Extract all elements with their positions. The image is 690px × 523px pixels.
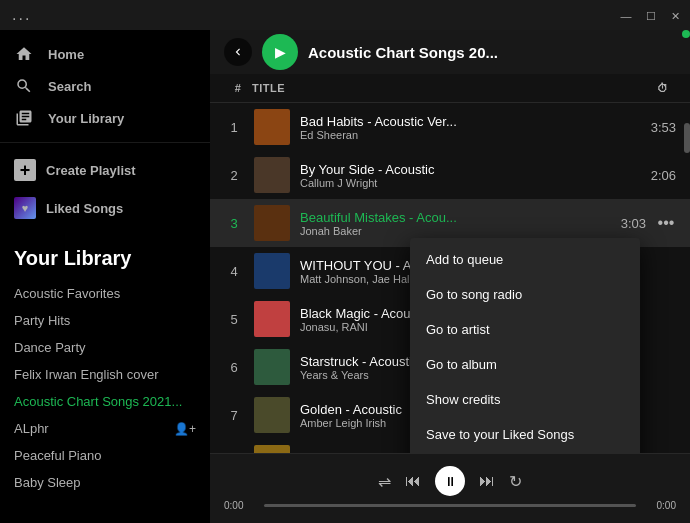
bottom-player: ⇌ ⏮ ⏸ ⏭ ↻ 0:00 0:00 — [210, 453, 690, 523]
minimize-button[interactable]: — — [619, 9, 633, 23]
library-header: Your Library — [0, 235, 210, 276]
playlist-item-baby-sleep[interactable]: Baby Sleep — [0, 469, 210, 496]
track-name: Beautiful Mistakes - Acou... — [300, 210, 601, 225]
context-menu-save-to-liked[interactable]: Save to your Liked Songs — [410, 417, 640, 452]
player-controls: ⇌ ⏮ ⏸ ⏭ ↻ — [210, 466, 690, 496]
track-thumbnail — [254, 445, 290, 453]
context-menu: Add to queue Go to song radio Go to arti… — [410, 238, 640, 453]
previous-button[interactable]: ⏮ — [405, 472, 421, 490]
context-menu-go-to-song-radio[interactable]: Go to song radio — [410, 277, 640, 312]
sidebar-item-home[interactable]: Home — [0, 38, 210, 70]
header-num: # — [224, 82, 252, 94]
next-button[interactable]: ⏭ — [479, 472, 495, 490]
sidebar-actions: + Create Playlist ♥ Liked Songs — [0, 142, 210, 235]
header-duration: ⏱ — [628, 82, 668, 94]
play-pause-button[interactable]: ⏸ — [435, 466, 465, 496]
track-number: 4 — [224, 264, 244, 279]
track-number: 3 — [224, 216, 244, 231]
track-thumbnail — [254, 253, 290, 289]
track-list-header: # TITLE ⏱ — [210, 74, 690, 103]
back-button[interactable] — [224, 38, 252, 66]
playlist-item-felix-irwan[interactable]: Felix Irwan English cover — [0, 361, 210, 388]
context-menu-add-to-playlist[interactable]: ➤ Add to playlist ▶ — [410, 452, 640, 453]
create-playlist-icon: + — [14, 159, 36, 181]
time-current: 0:00 — [224, 500, 256, 511]
liked-songs-label: Liked Songs — [46, 201, 123, 216]
alphr-person-icon: 👤+ — [174, 422, 196, 436]
right-panel: ▶ Acoustic Chart Songs 20... # TITLE ⏱ 1… — [210, 30, 690, 523]
top-bar: ... — ☐ ✕ — [0, 0, 690, 30]
track-number: 5 — [224, 312, 244, 327]
sidebar-item-search[interactable]: Search — [0, 70, 210, 102]
track-thumbnail — [254, 205, 290, 241]
track-artist: Ed Sheeran — [300, 129, 631, 141]
track-more-button[interactable]: ••• — [656, 214, 676, 232]
progress-bar[interactable] — [264, 504, 636, 507]
playlist-item-dance-party[interactable]: Dance Party — [0, 334, 210, 361]
context-menu-show-credits[interactable]: Show credits — [410, 382, 640, 417]
track-thumbnail — [254, 301, 290, 337]
track-info: Bad Habits - Acoustic Ver... Ed Sheeran — [300, 114, 631, 141]
liked-songs-icon: ♥ — [14, 197, 36, 219]
panel-title: Acoustic Chart Songs 20... — [308, 44, 676, 61]
context-menu-go-to-album[interactable]: Go to album — [410, 347, 640, 382]
track-thumbnail — [254, 157, 290, 193]
playlist-item-acoustic-chart[interactable]: Acoustic Chart Songs 2021... — [0, 388, 210, 415]
sidebar-item-home-label: Home — [48, 47, 84, 62]
playlist-list: Acoustic Favorites Party Hits Dance Part… — [0, 276, 210, 523]
playlist-item-party-hits[interactable]: Party Hits — [0, 307, 210, 334]
playlist-item-alphr[interactable]: ALphr 👤+ — [0, 415, 210, 442]
repeat-button[interactable]: ↻ — [509, 472, 522, 491]
scrollbar[interactable] — [684, 123, 690, 153]
track-thumbnail — [254, 397, 290, 433]
sidebar-nav: Home Search Your Library — [0, 30, 210, 142]
track-name: By Your Side - Acoustic — [300, 162, 631, 177]
track-number: 1 — [224, 120, 244, 135]
track-number: 6 — [224, 360, 244, 375]
track-duration: 3:03 — [611, 216, 646, 231]
home-icon — [14, 44, 34, 64]
app-menu-dots[interactable]: ... — [12, 6, 31, 24]
track-list: 1 Bad Habits - Acoustic Ver... Ed Sheera… — [210, 103, 690, 453]
track-info: Beautiful Mistakes - Acou... Jonah Baker — [300, 210, 601, 237]
playlist-item-acoustic-favorites[interactable]: Acoustic Favorites — [0, 280, 210, 307]
sidebar-item-search-label: Search — [48, 79, 91, 94]
shuffle-button[interactable]: ⇌ — [378, 472, 391, 491]
time-total: 0:00 — [644, 500, 676, 511]
track-thumbnail — [254, 349, 290, 385]
status-dot — [682, 30, 690, 38]
track-info: By Your Side - Acoustic Callum J Wright — [300, 162, 631, 189]
context-menu-add-to-queue[interactable]: Add to queue — [410, 242, 640, 277]
main-layout: Home Search Your Library + Create Playli… — [0, 30, 690, 523]
track-name: Bad Habits - Acoustic Ver... — [300, 114, 631, 129]
track-number: 2 — [224, 168, 244, 183]
progress-bar-row: 0:00 0:00 — [210, 500, 690, 511]
header-title: TITLE — [252, 82, 628, 94]
track-row[interactable]: 1 Bad Habits - Acoustic Ver... Ed Sheera… — [210, 103, 690, 151]
sidebar-item-library-label: Your Library — [48, 111, 124, 126]
playlist-item-peaceful-piano[interactable]: Peaceful Piano — [0, 442, 210, 469]
context-menu-go-to-artist[interactable]: Go to artist — [410, 312, 640, 347]
panel-header: ▶ Acoustic Chart Songs 20... — [210, 30, 690, 74]
search-icon — [14, 76, 34, 96]
sidebar: Home Search Your Library + Create Playli… — [0, 30, 210, 523]
track-artist: Jonah Baker — [300, 225, 601, 237]
track-artist: Callum J Wright — [300, 177, 631, 189]
close-button[interactable]: ✕ — [668, 9, 682, 23]
track-row[interactable]: 2 By Your Side - Acoustic Callum J Wrigh… — [210, 151, 690, 199]
liked-songs-button[interactable]: ♥ Liked Songs — [0, 189, 210, 227]
play-button-header[interactable]: ▶ — [262, 34, 298, 70]
library-icon — [14, 108, 34, 128]
sidebar-item-library[interactable]: Your Library — [0, 102, 210, 134]
maximize-button[interactable]: ☐ — [644, 9, 658, 23]
create-playlist-button[interactable]: + Create Playlist — [0, 151, 210, 189]
track-duration: 2:06 — [641, 168, 676, 183]
track-number: 7 — [224, 408, 244, 423]
track-duration: 3:53 — [641, 120, 676, 135]
create-playlist-label: Create Playlist — [46, 163, 136, 178]
track-thumbnail — [254, 109, 290, 145]
window-controls: — ☐ ✕ — [613, 6, 682, 24]
